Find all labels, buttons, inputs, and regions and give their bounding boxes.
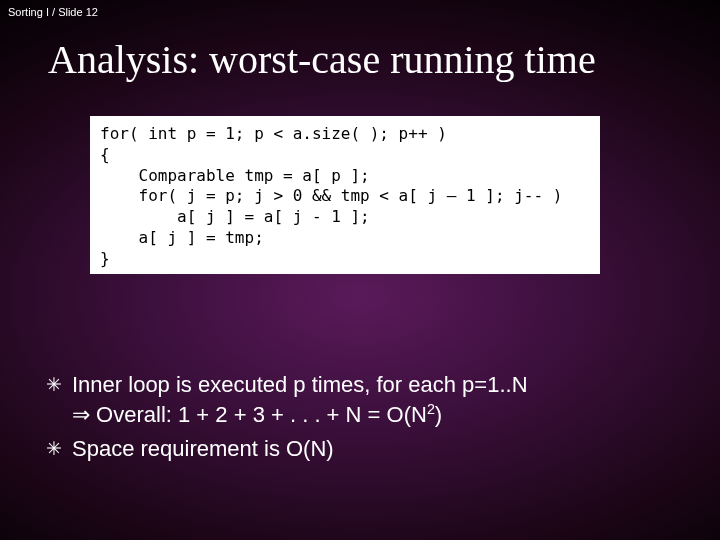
bullet-list: ✳ Inner loop is executed p times, for ea…: [46, 370, 680, 467]
code-line-2: {: [100, 145, 110, 164]
bullet-1-sup: 2: [427, 401, 435, 417]
arrow-icon: ⇒: [72, 402, 90, 427]
slide-title: Analysis: worst-case running time: [48, 36, 596, 83]
asterisk-icon: ✳: [46, 436, 62, 462]
code-line-1: for( int p = 1; p < a.size( ); p++ ): [100, 124, 447, 143]
code-block: for( int p = 1; p < a.size( ); p++ ) { C…: [90, 116, 600, 274]
bullet-2-body: Space requirement is O(N): [72, 434, 680, 464]
bullet-2: ✳ Space requirement is O(N): [46, 434, 680, 464]
code-line-5: a[ j ] = a[ j - 1 ];: [100, 207, 370, 226]
slide-header: Sorting I / Slide 12: [8, 6, 98, 18]
bullet-1-line-2b: ): [435, 402, 442, 427]
header-text: Sorting I / Slide 12: [8, 6, 98, 18]
asterisk-icon: ✳: [46, 372, 62, 398]
bullet-1-line-1: Inner loop is executed p times, for each…: [72, 372, 528, 397]
bullet-1: ✳ Inner loop is executed p times, for ea…: [46, 370, 680, 430]
code-line-7: }: [100, 249, 110, 268]
bullet-2-text: Space requirement is O(N): [72, 436, 334, 461]
code-line-3: Comparable tmp = a[ p ];: [100, 166, 370, 185]
bullet-1-body: Inner loop is executed p times, for each…: [72, 370, 680, 430]
code-line-6: a[ j ] = tmp;: [100, 228, 264, 247]
code-line-4: for( j = p; j > 0 && tmp < a[ j – 1 ]; j…: [100, 186, 562, 205]
bullet-1-line-2a: Overall: 1 + 2 + 3 + . . . + N = O(N: [90, 402, 427, 427]
